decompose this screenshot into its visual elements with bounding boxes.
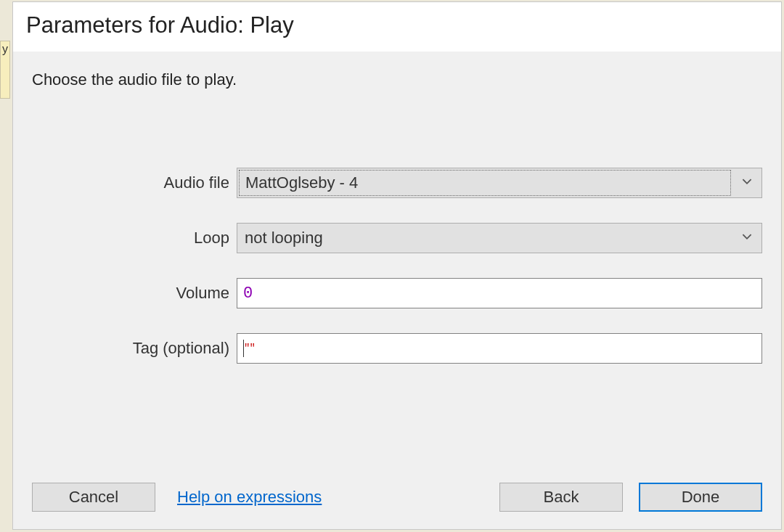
dialog-button-row: Cancel Help on expressions Back Done [32,483,762,512]
volume-input[interactable]: 0 [237,278,762,308]
parameters-dialog: Parameters for Audio: Play Choose the au… [12,1,782,530]
cancel-button[interactable]: Cancel [32,483,155,512]
row-tag: Tag (optional) "" [32,333,762,364]
dialog-title: Parameters for Audio: Play [26,12,294,38]
audio-file-value: MattOglseby - 4 [245,173,358,192]
instruction-text: Choose the audio file to play. [32,70,762,89]
dialog-content: Choose the audio file to play. Audio fil… [13,52,781,364]
done-button-label: Done [682,488,720,507]
background-tab-char: y [2,43,8,55]
label-volume: Volume [32,284,237,303]
dialog-titlebar: Parameters for Audio: Play [13,2,781,52]
row-loop: Loop not looping [32,223,762,253]
tag-value: "" [244,343,255,354]
done-button[interactable]: Done [639,483,762,512]
back-button[interactable]: Back [499,483,623,512]
audio-file-dropdown-button[interactable] [732,168,761,197]
background-tab-fragment: y [0,41,10,99]
parameters-form: Audio file MattOglseby - 4 [32,168,762,364]
loop-dropdown-button[interactable] [732,224,761,253]
help-link-label: Help on expressions [177,488,322,506]
row-volume: Volume 0 [32,278,762,308]
audio-file-dropdown[interactable]: MattOglseby - 4 [237,168,762,198]
volume-value: 0 [243,285,253,303]
tag-input[interactable]: "" [237,333,762,364]
label-loop: Loop [32,229,237,247]
chevron-down-icon [742,232,752,245]
label-tag: Tag (optional) [32,339,237,358]
cancel-button-label: Cancel [69,488,118,507]
chevron-down-icon [742,176,752,189]
label-audio-file: Audio file [32,173,237,192]
loop-value: not looping [245,229,323,247]
row-audio-file: Audio file MattOglseby - 4 [32,168,762,198]
loop-dropdown[interactable]: not looping [237,223,762,253]
help-on-expressions-link[interactable]: Help on expressions [177,488,322,507]
back-button-label: Back [544,488,579,507]
